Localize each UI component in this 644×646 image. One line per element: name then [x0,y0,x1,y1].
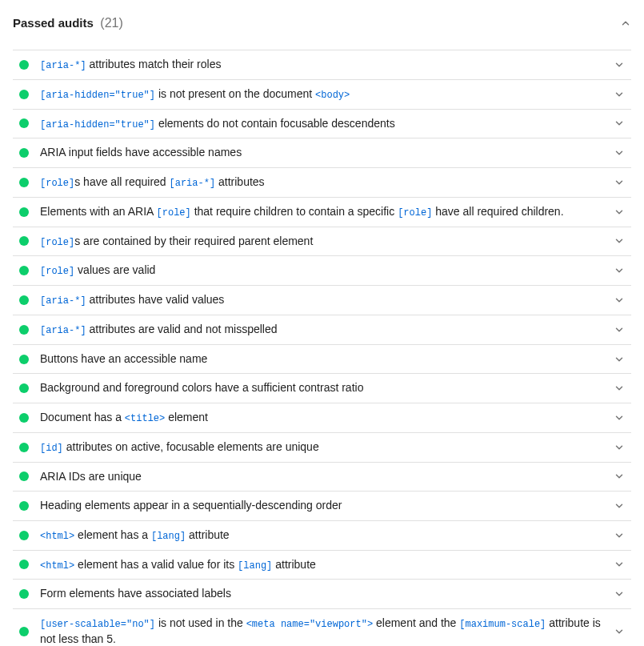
pass-status-dot [19,355,29,364]
chevron-down-icon [614,559,625,570]
audit-description: ARIA input fields have accessible names [40,145,604,161]
chevron-down-icon [614,177,625,188]
pass-status-dot [19,266,29,275]
audit-row[interactable]: [role] values are valid [13,256,631,286]
audit-description: Document has a <title> element [40,410,604,426]
pass-status-dot [19,325,29,335]
audit-row[interactable]: Elements with an ARIA [role] that requir… [13,198,631,227]
audit-row[interactable]: [aria-hidden="true"] is not present on t… [13,80,631,110]
chevron-down-icon [614,588,625,600]
audit-description: [aria-hidden="true"] elements do not con… [40,116,604,132]
audit-row[interactable]: [aria-*] attributes are valid and not mi… [13,315,631,345]
audit-description: [aria-hidden="true"] is not present on t… [40,86,604,102]
chevron-down-icon [614,265,625,276]
pass-status-dot [19,236,29,246]
chevron-down-icon [614,383,625,394]
chevron-down-icon [614,500,625,512]
audit-row[interactable]: [aria-*] attributes have valid values [13,286,631,315]
chevron-down-icon [614,324,625,335]
chevron-down-icon [614,118,625,129]
audit-row[interactable]: [aria-*] attributes match their roles [13,50,631,80]
pass-status-dot [19,60,29,70]
audit-description: [role]s are contained by their required … [40,234,604,250]
audit-row[interactable]: [role]s have all required [aria-*] attri… [13,168,631,198]
audit-description: <html> element has a valid value for its… [40,557,604,573]
pass-status-dot [19,383,29,393]
pass-status-dot [19,627,29,636]
chevron-down-icon [614,89,625,100]
audit-description: [role] values are valid [40,263,604,279]
passed-audits-header[interactable]: Passed audits (21) [13,13,631,40]
audit-description: ARIA IDs are unique [40,469,604,485]
audit-row[interactable]: [user-scalable="no"] is not used in the … [13,609,631,646]
pass-status-dot [19,501,29,511]
pass-status-dot [19,90,29,99]
audit-description: <html> element has a [lang] attribute [40,528,604,544]
chevron-up-icon [620,18,631,29]
audit-description: [aria-*] attributes match their roles [40,57,604,73]
chevron-down-icon [614,354,625,365]
audit-description: [id] attributes on active, focusable ele… [40,439,604,455]
pass-status-dot [19,531,29,540]
audit-description: [aria-*] attributes have valid values [40,292,604,308]
audit-row[interactable]: ARIA IDs are unique [13,463,631,492]
chevron-down-icon [614,412,625,423]
chevron-down-icon [614,59,625,70]
chevron-down-icon [614,295,625,306]
audit-row[interactable]: Form elements have associated labels [13,580,631,609]
chevron-down-icon [614,442,625,453]
audit-row[interactable]: Heading elements appear in a sequentiall… [13,492,631,521]
audit-row[interactable]: <html> element has a [lang] attribute [13,521,631,551]
chevron-down-icon [614,626,625,637]
audit-row[interactable]: [role]s are contained by their required … [13,227,631,257]
pass-status-dot [19,443,29,452]
audit-row[interactable]: [id] attributes on active, focusable ele… [13,433,631,463]
chevron-down-icon [614,471,625,482]
audit-row[interactable]: Buttons have an accessible name [13,345,631,375]
pass-status-dot [19,207,29,217]
pass-status-dot [19,178,29,187]
pass-status-dot [19,560,29,569]
pass-status-dot [19,471,29,481]
audit-description: Form elements have associated labels [40,586,604,602]
audit-description: Elements with an ARIA [role] that requir… [40,204,604,220]
chevron-down-icon [614,147,625,158]
pass-status-dot [19,148,29,158]
audit-row[interactable]: ARIA input fields have accessible names [13,138,631,168]
audit-list: [aria-*] attributes match their roles[ar… [13,50,631,646]
chevron-down-icon [614,235,625,247]
pass-status-dot [19,118,29,128]
audit-description: Buttons have an accessible name [40,351,604,367]
header-count: (21) [100,16,122,30]
header-title: Passed audits [13,16,94,30]
audit-row[interactable]: <html> element has a valid value for its… [13,551,631,580]
audit-description: [aria-*] attributes are valid and not mi… [40,322,604,338]
chevron-down-icon [614,530,625,541]
audit-row[interactable]: Background and foreground colors have a … [13,374,631,403]
audit-description: [role]s have all required [aria-*] attri… [40,175,604,191]
audit-row[interactable]: Document has a <title> element [13,403,631,433]
audit-description: [user-scalable="no"] is not used in the … [40,616,604,646]
pass-status-dot [19,413,29,423]
audit-description: Background and foreground colors have a … [40,380,604,396]
audit-row[interactable]: [aria-hidden="true"] elements do not con… [13,110,631,139]
chevron-down-icon [614,207,625,218]
pass-status-dot [19,589,29,599]
audit-description: Heading elements appear in a sequentiall… [40,498,604,514]
pass-status-dot [19,295,29,305]
